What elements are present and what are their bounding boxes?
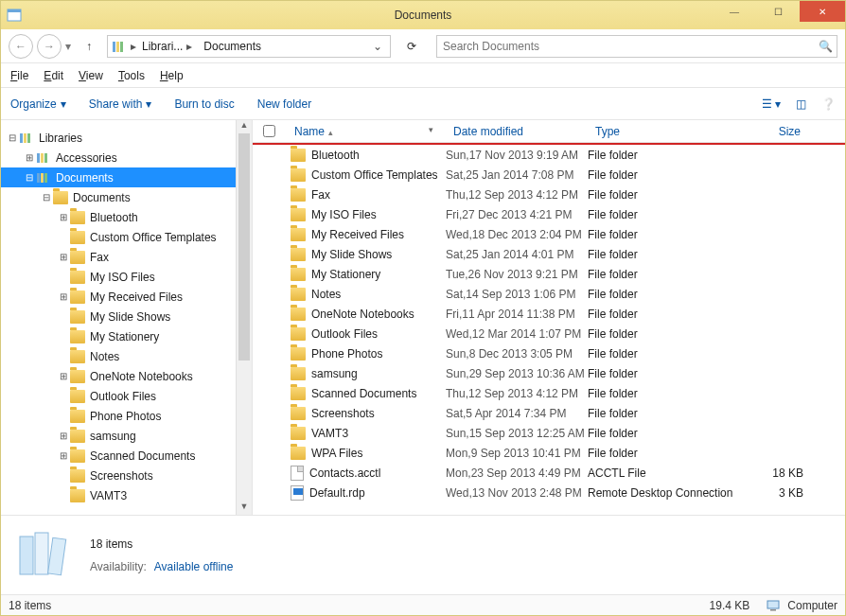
folder-icon — [69, 349, 86, 364]
search-input[interactable] — [437, 36, 837, 57]
file-row[interactable]: Scanned DocumentsThu,12 Sep 2013 4:12 PM… — [253, 383, 845, 403]
file-row[interactable]: WPA FilesMon,9 Sep 2013 10:41 PMFile fol… — [253, 443, 845, 463]
breadcrumb-segment[interactable]: Librari...▸ — [136, 40, 198, 53]
column-header-name[interactable]: Name▴▾ — [287, 125, 446, 138]
file-name: Bluetooth — [311, 149, 360, 162]
folder-icon — [52, 190, 69, 205]
tree-item[interactable]: VAMT3 — [1, 485, 252, 505]
tree-item[interactable]: ⊞samsung — [1, 426, 252, 446]
tree-item[interactable]: Screenshots — [1, 466, 252, 485]
menu-file[interactable]: File — [10, 69, 28, 82]
tree-item[interactable]: ⊟Documents — [1, 167, 252, 187]
folder-icon — [69, 270, 86, 285]
column-header-type[interactable]: Type — [588, 125, 743, 138]
file-name: My ISO Files — [311, 208, 377, 221]
tree-item[interactable]: ⊟Documents — [1, 187, 252, 207]
tree-item[interactable]: ⊞Fax — [1, 247, 252, 267]
share-button[interactable]: Share with ▾ — [89, 97, 152, 111]
file-row[interactable]: BluetoothSun,17 Nov 2013 9:19 AMFile fol… — [253, 145, 845, 165]
file-row[interactable]: Contacts.acctlMon,23 Sep 2013 4:49 PMACC… — [253, 463, 845, 483]
file-row[interactable]: VAMT3Sun,15 Sep 2013 12:25 AMFile folder — [253, 423, 845, 443]
chevron-down-icon[interactable]: ▾ — [429, 125, 433, 134]
file-row[interactable]: My Received FilesWed,18 Dec 2013 2:04 PM… — [253, 224, 845, 244]
file-name: My Received Files — [311, 228, 404, 241]
file-row[interactable]: Phone PhotosSun,8 Dec 2013 3:05 PMFile f… — [253, 343, 845, 363]
tree-item[interactable]: Custom Office Templates — [1, 227, 252, 247]
view-mode-button[interactable]: ☰ ▾ — [762, 97, 781, 111]
tree-item[interactable]: Notes — [1, 346, 252, 366]
breadcrumb-dropdown[interactable]: ⌄ — [369, 40, 386, 53]
file-row[interactable]: ScreenshotsSat,5 Apr 2014 7:34 PMFile fo… — [253, 403, 845, 423]
folder-icon — [69, 488, 86, 503]
forward-button[interactable]: → — [37, 34, 62, 59]
new-folder-button[interactable]: New folder — [257, 97, 311, 111]
search-box[interactable]: 🔍 — [436, 35, 837, 58]
tree-scrollbar[interactable]: ▲ ▼ — [236, 120, 252, 515]
tree-item[interactable]: My Stationery — [1, 326, 252, 346]
tree-item[interactable]: Phone Photos — [1, 406, 252, 426]
scroll-down-icon[interactable]: ▼ — [237, 502, 252, 515]
tree-root-libraries[interactable]: ⊟Libraries — [1, 128, 252, 148]
file-name: Contacts.acctl — [309, 466, 380, 480]
breadcrumb[interactable]: ▸ Librari...▸ Documents ⌄ — [107, 35, 391, 58]
breadcrumb-segment[interactable]: Documents — [198, 40, 267, 53]
file-date: Sat,25 Jan 2014 4:01 PM — [446, 248, 588, 261]
burn-button[interactable]: Burn to disc — [174, 97, 234, 111]
recent-dropdown[interactable]: ▾ — [65, 40, 71, 53]
svg-rect-17 — [767, 601, 779, 608]
file-row[interactable]: Custom Office TemplatesSat,25 Jan 2014 7… — [253, 165, 845, 185]
library-icon — [35, 170, 52, 185]
tree-item[interactable]: My ISO Files — [1, 267, 252, 287]
file-row[interactable]: NotesSat,14 Sep 2013 1:06 PMFile folder — [253, 284, 845, 304]
file-type: File folder — [588, 327, 743, 341]
tree-item[interactable]: ⊞My Received Files — [1, 287, 252, 307]
menu-edit[interactable]: Edit — [44, 69, 63, 82]
navigation-pane[interactable]: ⊟Libraries⊞Accessories⊟Documents⊟Documen… — [1, 120, 253, 515]
up-button[interactable]: ↑ — [79, 36, 99, 57]
tree-item[interactable]: ⊞OneNote Notebooks — [1, 366, 252, 386]
file-row[interactable]: FaxThu,12 Sep 2013 4:12 PMFile folder — [253, 185, 845, 204]
folder-icon — [69, 468, 86, 484]
file-row[interactable]: Outlook FilesWed,12 Mar 2014 1:07 PMFile… — [253, 324, 845, 343]
tree-item[interactable]: Outlook Files — [1, 386, 252, 406]
file-type: File folder — [588, 268, 743, 281]
file-row[interactable]: My Slide ShowsSat,25 Jan 2014 4:01 PMFil… — [253, 244, 845, 264]
file-size: 18 KB — [743, 466, 809, 480]
menu-tools[interactable]: Tools — [118, 69, 145, 82]
file-row[interactable]: My StationeryTue,26 Nov 2013 9:21 PMFile… — [253, 264, 845, 284]
tree-item[interactable]: ⊞Bluetooth — [1, 207, 252, 227]
folder-icon — [291, 347, 306, 361]
tree-item[interactable]: My Slide Shows — [1, 307, 252, 326]
file-type: File folder — [588, 168, 743, 182]
tree-item[interactable]: ⊞Scanned Documents — [1, 446, 252, 466]
scroll-thumb[interactable] — [238, 133, 250, 361]
scroll-up-icon[interactable]: ▲ — [237, 120, 252, 133]
organize-button[interactable]: Organize ▾ — [10, 97, 66, 111]
folder-icon — [291, 387, 306, 400]
minimize-button[interactable]: — — [713, 1, 756, 22]
menu-view[interactable]: View — [79, 69, 103, 82]
help-button[interactable]: ❔ — [821, 97, 836, 111]
folder-icon — [291, 447, 306, 460]
file-row[interactable]: My ISO FilesFri,27 Dec 2013 4:21 PMFile … — [253, 204, 845, 224]
column-header-date[interactable]: Date modified — [446, 125, 588, 138]
file-type: File folder — [588, 149, 743, 162]
column-select-all[interactable] — [253, 125, 287, 137]
item-count: 18 items — [90, 537, 233, 551]
back-button[interactable]: ← — [9, 34, 33, 59]
preview-pane-button[interactable]: ◫ — [796, 97, 806, 111]
maximize-button[interactable]: ☐ — [756, 1, 800, 22]
file-row[interactable]: OneNote NotebooksFri,11 Apr 2014 11:38 P… — [253, 304, 845, 324]
file-row[interactable]: samsungSun,29 Sep 2013 10:36 AMFile fold… — [253, 363, 845, 383]
column-header-size[interactable]: Size — [743, 125, 809, 138]
rdp-icon — [291, 485, 304, 501]
tree-item[interactable]: ⊞Accessories — [1, 148, 252, 167]
select-all-checkbox[interactable] — [263, 125, 275, 137]
file-row[interactable]: Default.rdpWed,13 Nov 2013 2:48 PMRemote… — [253, 483, 845, 502]
file-name: My Slide Shows — [311, 248, 392, 261]
file-name: Default.rdp — [309, 486, 365, 500]
menu-help[interactable]: Help — [160, 69, 184, 82]
close-button[interactable]: ✕ — [800, 1, 845, 22]
svg-rect-6 — [24, 133, 26, 143]
refresh-button[interactable]: ⟳ — [400, 35, 423, 58]
